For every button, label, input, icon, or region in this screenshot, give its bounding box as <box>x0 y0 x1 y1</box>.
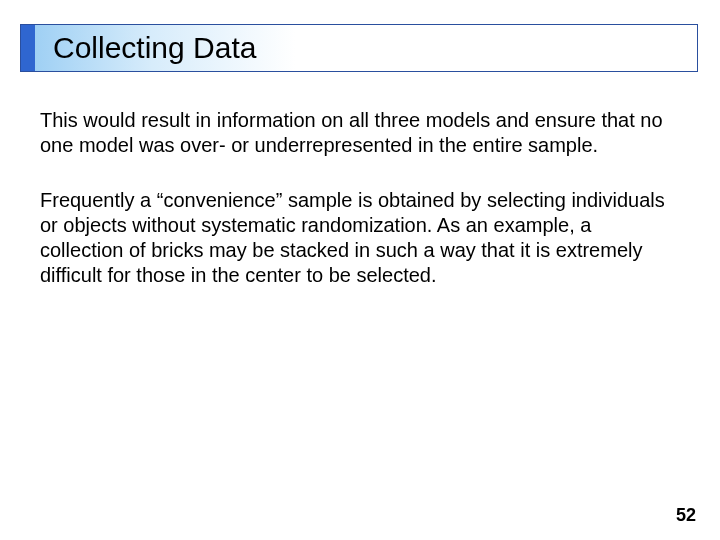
paragraph: This would result in information on all … <box>40 108 680 158</box>
title-background <box>295 25 697 71</box>
slide: Collecting Data This would result in inf… <box>0 0 720 540</box>
body-content: This would result in information on all … <box>40 108 680 318</box>
slide-title: Collecting Data <box>53 31 256 65</box>
title-accent-bar <box>21 25 35 71</box>
page-number: 52 <box>676 505 696 526</box>
paragraph: Frequently a “convenience” sample is obt… <box>40 188 680 288</box>
title-box: Collecting Data <box>20 24 698 72</box>
